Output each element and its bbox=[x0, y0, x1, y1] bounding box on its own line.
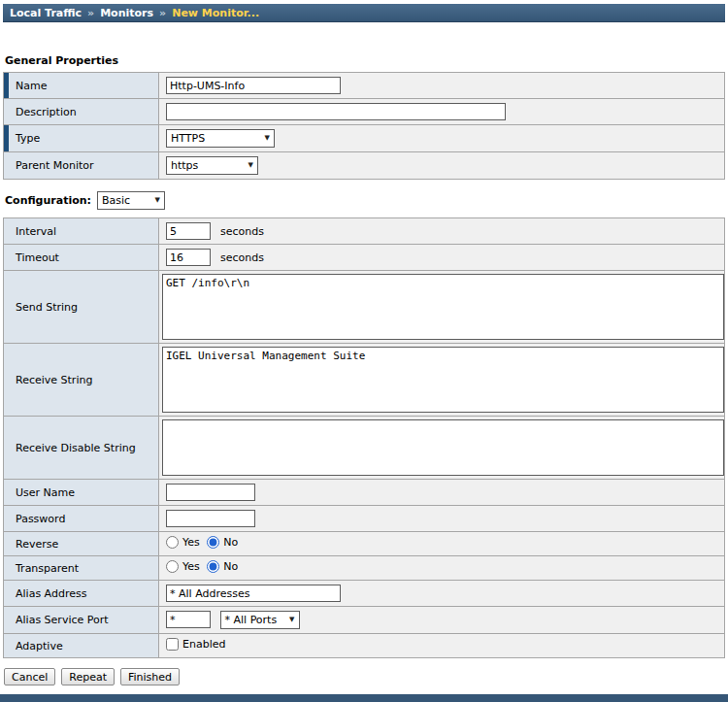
cancel-button[interactable]: Cancel bbox=[4, 668, 55, 685]
transparent-no-radio[interactable] bbox=[207, 560, 219, 573]
footer-bar bbox=[0, 694, 728, 702]
name-label-cell: Name bbox=[4, 73, 159, 99]
table-row: Timeout seconds bbox=[4, 245, 725, 271]
table-row: Alias Service Port * All Ports ▼ bbox=[4, 607, 725, 634]
table-row: Interval seconds bbox=[4, 218, 725, 245]
type-label-cell: Type bbox=[4, 125, 159, 152]
send-string-textarea[interactable]: GET /info\r\n bbox=[162, 274, 724, 340]
parent-monitor-label: Parent Monitor bbox=[16, 159, 94, 172]
alias-address-input[interactable] bbox=[166, 585, 341, 602]
timeout-input[interactable] bbox=[166, 249, 211, 266]
adaptive-enabled-option[interactable]: Enabled bbox=[166, 638, 225, 651]
interval-label: Interval bbox=[16, 225, 56, 238]
table-row: Reverse Yes No bbox=[4, 532, 725, 556]
breadcrumb: Local Traffic » Monitors » New Monitor..… bbox=[3, 4, 725, 22]
reverse-no-radio[interactable] bbox=[207, 536, 219, 549]
reverse-no-label: No bbox=[223, 536, 238, 549]
send-string-label-cell: Send String bbox=[4, 271, 159, 344]
chevron-down-icon: ▼ bbox=[265, 135, 270, 142]
reverse-label: Reverse bbox=[16, 538, 58, 551]
configuration-label: Configuration: bbox=[5, 194, 91, 207]
table-row: Send String GET /info\r\n bbox=[4, 271, 725, 344]
transparent-label: Transparent bbox=[16, 562, 79, 575]
adaptive-enabled-checkbox[interactable] bbox=[166, 638, 179, 651]
parent-monitor-label-cell: Parent Monitor bbox=[4, 152, 159, 180]
adaptive-label-cell: Adaptive bbox=[4, 634, 159, 658]
interval-label-cell: Interval bbox=[4, 218, 159, 245]
user-name-label: User Name bbox=[16, 486, 75, 499]
repeat-button[interactable]: Repeat bbox=[61, 668, 115, 685]
breadcrumb-link-monitors[interactable]: Monitors bbox=[100, 7, 153, 19]
breadcrumb-separator: » bbox=[87, 7, 94, 19]
alias-service-port-label: Alias Service Port bbox=[16, 614, 109, 626]
transparent-label-cell: Transparent bbox=[4, 556, 159, 581]
reverse-yes-label: Yes bbox=[182, 536, 200, 549]
receive-string-textarea[interactable]: IGEL Universal Management Suite bbox=[162, 347, 724, 413]
alias-service-port-select-value: * All Ports bbox=[225, 614, 278, 626]
type-select[interactable]: HTTPS ▼ bbox=[166, 129, 275, 148]
name-label: Name bbox=[16, 80, 47, 92]
table-row: Name bbox=[4, 73, 725, 99]
configuration-select[interactable]: Basic ▼ bbox=[97, 191, 165, 210]
table-row: Adaptive Enabled bbox=[4, 634, 725, 658]
alias-address-label: Alias Address bbox=[16, 587, 86, 600]
action-button-row: Cancel Repeat Finished bbox=[4, 668, 728, 685]
receive-disable-string-textarea[interactable] bbox=[162, 419, 724, 476]
reverse-no-option[interactable]: No bbox=[207, 536, 238, 549]
transparent-no-label: No bbox=[223, 560, 238, 573]
reverse-label-cell: Reverse bbox=[4, 532, 159, 556]
table-row: User Name bbox=[4, 480, 725, 506]
receive-string-label-cell: Receive String bbox=[4, 344, 159, 417]
configuration-table: Interval seconds Timeout seconds Send St… bbox=[3, 217, 725, 658]
finished-button[interactable]: Finished bbox=[120, 668, 180, 685]
timeout-label-cell: Timeout bbox=[4, 245, 159, 271]
chevron-down-icon: ▼ bbox=[155, 197, 160, 204]
table-row: Alias Address bbox=[4, 581, 725, 607]
table-row: Parent Monitor https ▼ bbox=[4, 152, 725, 180]
alias-service-port-label-cell: Alias Service Port bbox=[4, 607, 159, 634]
receive-disable-string-label: Receive Disable String bbox=[16, 442, 136, 454]
required-indicator bbox=[4, 73, 9, 98]
table-row: Receive String IGEL Universal Management… bbox=[4, 344, 725, 417]
adaptive-label: Adaptive bbox=[16, 640, 63, 652]
reverse-yes-option[interactable]: Yes bbox=[166, 536, 200, 549]
description-input[interactable] bbox=[166, 103, 506, 120]
table-row: Password bbox=[4, 506, 725, 532]
reverse-yes-radio[interactable] bbox=[166, 536, 179, 549]
type-label: Type bbox=[16, 132, 40, 145]
alias-address-label-cell: Alias Address bbox=[4, 581, 159, 607]
configuration-select-value: Basic bbox=[102, 194, 130, 207]
receive-string-label: Receive String bbox=[16, 374, 92, 386]
transparent-yes-option[interactable]: Yes bbox=[166, 560, 200, 573]
table-row: Type HTTPS ▼ bbox=[4, 125, 725, 152]
interval-input[interactable] bbox=[166, 222, 211, 240]
breadcrumb-current-page: New Monitor... bbox=[172, 7, 259, 19]
transparent-yes-radio[interactable] bbox=[166, 560, 179, 573]
breadcrumb-link-local-traffic[interactable]: Local Traffic bbox=[10, 7, 82, 19]
password-input[interactable] bbox=[166, 510, 255, 527]
alias-service-port-input[interactable] bbox=[166, 611, 211, 628]
table-row: Receive Disable String bbox=[4, 417, 725, 480]
configuration-row: Configuration: Basic ▼ bbox=[5, 191, 725, 210]
parent-monitor-select-value: https bbox=[171, 159, 198, 172]
table-row: Description bbox=[4, 99, 725, 125]
password-label-cell: Password bbox=[4, 506, 159, 532]
type-select-value: HTTPS bbox=[171, 132, 205, 145]
alias-service-port-select[interactable]: * All Ports ▼ bbox=[220, 611, 300, 629]
chevron-down-icon: ▼ bbox=[248, 162, 253, 169]
name-input[interactable] bbox=[166, 77, 341, 94]
table-row: Transparent Yes No bbox=[4, 556, 725, 581]
send-string-label: Send String bbox=[16, 301, 78, 314]
receive-disable-string-label-cell: Receive Disable String bbox=[4, 417, 159, 480]
interval-suffix: seconds bbox=[220, 225, 264, 238]
transparent-no-option[interactable]: No bbox=[207, 560, 238, 573]
adaptive-enabled-label: Enabled bbox=[182, 638, 225, 651]
parent-monitor-select[interactable]: https ▼ bbox=[166, 156, 258, 175]
timeout-label: Timeout bbox=[16, 251, 59, 264]
general-properties-table: Name Description Type HTTPS ▼ Parent Mon… bbox=[3, 72, 725, 180]
user-name-label-cell: User Name bbox=[4, 480, 159, 506]
breadcrumb-separator: » bbox=[159, 7, 166, 19]
user-name-input[interactable] bbox=[166, 484, 255, 501]
password-label: Password bbox=[16, 513, 65, 525]
timeout-suffix: seconds bbox=[220, 251, 264, 264]
